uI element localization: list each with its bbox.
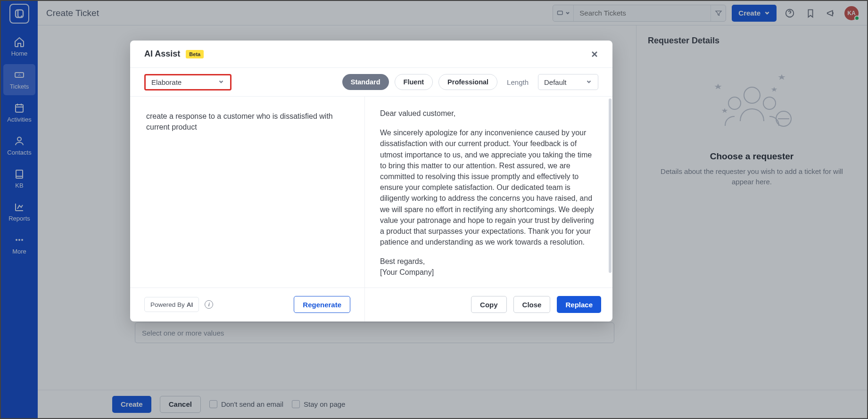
powered-prefix: Powered By bbox=[150, 301, 185, 308]
copy-button[interactable]: Copy bbox=[471, 296, 507, 313]
replace-button[interactable]: Replace bbox=[557, 296, 601, 313]
length-label: Length bbox=[507, 78, 529, 86]
powered-suffix: AI bbox=[187, 301, 193, 308]
modal-header: AI Assist Beta bbox=[130, 41, 612, 68]
response-company: [Your Company] bbox=[380, 267, 599, 278]
response-pane: Dear valued customer, We sincerely apolo… bbox=[365, 97, 612, 288]
modal-close-button[interactable] bbox=[588, 48, 601, 61]
response-body: We sincerely apologize for any inconveni… bbox=[380, 127, 599, 247]
response-signoff: Best regards, bbox=[380, 256, 599, 267]
scrollbar-thumb[interactable] bbox=[609, 99, 612, 273]
chevron-down-icon bbox=[218, 79, 224, 85]
ai-assist-modal: AI Assist Beta Elaborate Standard Fluent… bbox=[130, 41, 612, 321]
beta-badge: Beta bbox=[186, 50, 204, 58]
close-button[interactable]: Close bbox=[513, 296, 551, 313]
tone-professional[interactable]: Professional bbox=[438, 74, 497, 90]
tone-group: Standard Fluent Professional bbox=[342, 74, 497, 90]
prompt-pane[interactable]: create a response to a customer who is d… bbox=[130, 97, 365, 288]
close-icon bbox=[590, 50, 599, 58]
tone-standard[interactable]: Standard bbox=[342, 74, 389, 90]
prompt-text: create a response to a customer who is d… bbox=[146, 111, 348, 132]
mode-select[interactable]: Elaborate bbox=[144, 74, 231, 90]
powered-by-badge: Powered By AI bbox=[144, 297, 199, 312]
length-select-value: Default bbox=[544, 78, 567, 86]
length-select[interactable]: Default bbox=[538, 74, 598, 90]
response-greeting: Dear valued customer, bbox=[380, 108, 599, 119]
modal-toolbar: Elaborate Standard Fluent Professional L… bbox=[130, 68, 612, 96]
regenerate-button[interactable]: Regenerate bbox=[294, 296, 350, 313]
modal-title: AI Assist bbox=[144, 49, 180, 59]
mode-select-value: Elaborate bbox=[151, 78, 182, 86]
chevron-down-icon bbox=[586, 79, 592, 85]
tone-fluent[interactable]: Fluent bbox=[395, 74, 433, 90]
info-icon[interactable]: i bbox=[205, 300, 213, 309]
replace-label: Replace bbox=[565, 301, 593, 309]
